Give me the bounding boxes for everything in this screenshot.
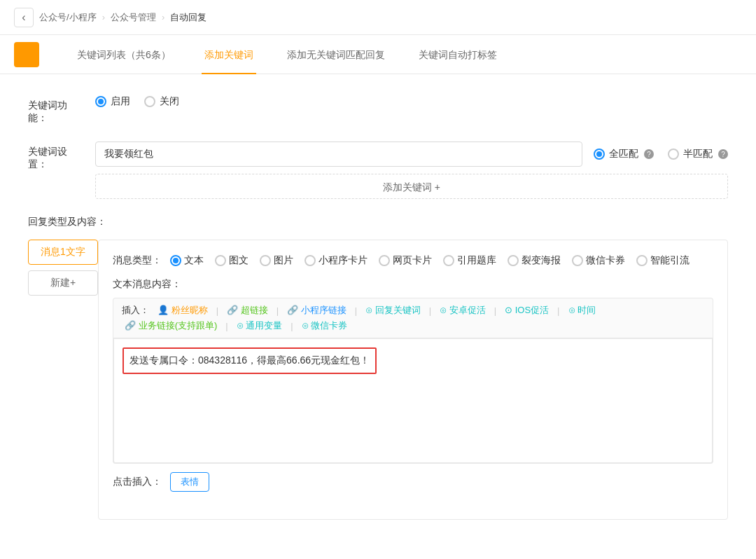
msg-type-image[interactable]: 图片 — [260, 254, 293, 267]
tab-auto-tag[interactable]: 关键词自动打标签 — [416, 35, 500, 74]
insert-hyperlink[interactable]: 🔗 超链接 — [224, 304, 271, 317]
keyword-func-label: 关键词功能： — [28, 95, 84, 125]
radio-full-match-circle — [594, 149, 605, 160]
msg-type-quote[interactable]: 引用题库 — [443, 254, 496, 267]
keyword-setting-label: 关键词设置： — [28, 142, 84, 171]
bottom-insert-label: 点击插入： — [113, 476, 162, 488]
msg-type-text[interactable]: 文本 — [170, 254, 204, 267]
account-avatar — [14, 42, 39, 67]
radio-half-match-label: 半匹配 — [683, 148, 713, 160]
bottom-insert: 点击插入： 表情 — [113, 472, 713, 492]
reply-sidebar: 消息1文字 新建+ — [28, 240, 98, 296]
keyword-func-row: 关键词功能： 启用 关闭 — [28, 95, 728, 125]
radio-full-match-label: 全匹配 — [609, 148, 638, 160]
msg-type-quote-radio — [443, 255, 454, 266]
insert-common-var[interactable]: ⊙ 通用变量 — [234, 319, 286, 332]
keyword-input[interactable] — [95, 142, 582, 167]
breadcrumb-manage[interactable]: 公众号管理 — [111, 11, 156, 24]
insert-label: 插入： — [122, 304, 149, 317]
insert-ios-promo[interactable]: ⊙ IOS促活 — [502, 304, 552, 317]
msg-type-smart-label: 智能引流 — [650, 254, 690, 267]
half-match-help-icon[interactable]: ? — [718, 149, 728, 159]
msg-type-graphic-label: 图文 — [229, 254, 248, 267]
msg-type-web-radio — [379, 255, 390, 266]
insert-biz-link[interactable]: 🔗 业务链接(支持跟单) — [122, 319, 220, 332]
full-match-help-icon[interactable]: ? — [644, 149, 654, 159]
insert-mini-link[interactable]: 🔗 小程序链接 — [284, 304, 349, 317]
msg-type-graphic[interactable]: 图文 — [215, 254, 248, 267]
keyword-setting-row: 关键词设置： 全匹配 ? 半匹配 ? — [28, 142, 728, 199]
msg-type-text-radio — [170, 255, 181, 266]
msg-type-split-radio — [507, 255, 519, 266]
insert-row-1: 插入： 👤 粉丝昵称 | 🔗 超链接 | 🔗 小程序链接 | ⊙ 回复关键词 |… — [122, 304, 704, 317]
emoji-button[interactable]: 表情 — [170, 472, 209, 492]
form-content: 关键词功能： 启用 关闭 关键词设置： — [0, 74, 756, 541]
msg-type-coupon-radio — [572, 255, 583, 266]
reply-layout: 消息1文字 新建+ 消息类型： 文本 图文 — [28, 240, 728, 520]
keyword-input-row: 全匹配 ? 半匹配 ? — [95, 142, 728, 167]
tab-keyword-list[interactable]: 关键词列表（共6条） — [74, 35, 174, 74]
insert-wechat-card[interactable]: ⊙ 微信卡券 — [299, 319, 351, 332]
text-content-label: 文本消息内容： — [113, 278, 713, 291]
msg-type-image-radio — [260, 255, 271, 266]
insert-time[interactable]: ⊙ 时间 — [566, 304, 599, 317]
radio-disable-label: 关闭 — [160, 95, 179, 108]
breadcrumb-current: 自动回复 — [170, 11, 206, 24]
msg-type-split-label: 裂变海报 — [522, 254, 561, 267]
reply-new-button[interactable]: 新建+ — [28, 270, 98, 296]
msg-type-mini-radio — [304, 255, 316, 266]
breadcrumb-home[interactable]: 公众号/小程序 — [39, 11, 97, 24]
insert-fans-name[interactable]: 👤 粉丝昵称 — [155, 304, 211, 317]
msg-type-graphic-radio — [215, 255, 226, 266]
msg-type-coupon[interactable]: 微信卡券 — [572, 254, 625, 267]
sep2: › — [162, 12, 164, 22]
insert-reply-keyword[interactable]: ⊙ 回复关键词 — [363, 304, 424, 317]
msg-type-split[interactable]: 裂变海报 — [507, 254, 561, 267]
radio-disable-circle — [144, 96, 155, 107]
radio-enable-circle — [95, 96, 106, 107]
msg-type-row: 消息类型： 文本 图文 图片 — [113, 254, 713, 267]
radio-disable[interactable]: 关闭 — [144, 95, 179, 108]
msg-type-mini[interactable]: 小程序卡片 — [304, 254, 368, 267]
insert-row-2: 🔗 业务链接(支持跟单) | ⊙ 通用变量 | ⊙ 微信卡券 — [122, 319, 704, 332]
msg-type-label: 消息类型： — [113, 254, 162, 267]
msg-type-quote-label: 引用题库 — [457, 254, 496, 267]
msg-type-web-label: 网页卡片 — [393, 254, 432, 267]
msg-type-mini-label: 小程序卡片 — [318, 254, 368, 267]
reply-main: 消息类型： 文本 图文 图片 — [98, 240, 728, 520]
msg-type-smart-radio — [636, 255, 648, 266]
reply-section: 回复类型及内容： 消息1文字 新建+ 消息类型： 文本 — [28, 216, 728, 520]
radio-half-match[interactable]: 半匹配 ? — [668, 148, 728, 160]
reply-tab-msg1[interactable]: 消息1文字 — [28, 240, 98, 265]
add-keyword-button[interactable]: 添加关键词 + — [95, 174, 728, 199]
insert-android-promo[interactable]: ⊙ 安卓促活 — [437, 304, 489, 317]
radio-enable[interactable]: 启用 — [95, 95, 130, 108]
back-button[interactable]: ‹ — [14, 8, 34, 27]
top-nav: ‹ 公众号/小程序 › 公众号管理 › 自动回复 — [0, 0, 756, 35]
match-options: 全匹配 ? 半匹配 ? — [594, 148, 728, 160]
radio-full-match[interactable]: 全匹配 ? — [594, 148, 654, 160]
radio-enable-label: 启用 — [111, 95, 130, 108]
text-editor[interactable]: 发送专属口令：084328116，得最高66.66元现金红包！ — [113, 338, 713, 464]
msg-type-coupon-label: 微信卡券 — [586, 254, 625, 267]
msg-type-smart[interactable]: 智能引流 — [636, 254, 690, 267]
keyword-func-controls: 启用 关闭 — [95, 95, 728, 108]
keyword-func-radio-group: 启用 关闭 — [95, 95, 179, 108]
tab-bar: 关键词列表（共6条） 添加关键词 添加无关键词匹配回复 关键词自动打标签 — [0, 35, 756, 74]
msg-type-text-label: 文本 — [184, 254, 204, 267]
editor-highlighted-content: 发送专属口令：084328116，得最高66.66元现金红包！ — [122, 347, 377, 374]
tab-add-no-match[interactable]: 添加无关键词匹配回复 — [284, 35, 388, 74]
insert-toolbar: 插入： 👤 粉丝昵称 | 🔗 超链接 | 🔗 小程序链接 | ⊙ 回复关键词 |… — [113, 298, 713, 338]
reply-label: 回复类型及内容： — [28, 216, 728, 228]
sep1: › — [102, 12, 105, 22]
msg-type-web[interactable]: 网页卡片 — [379, 254, 432, 267]
msg-type-image-label: 图片 — [274, 254, 293, 267]
main-container: 关键词列表（共6条） 添加关键词 添加无关键词匹配回复 关键词自动打标签 关键词… — [0, 35, 756, 559]
tab-add-keyword[interactable]: 添加关键词 — [202, 35, 256, 74]
radio-half-match-circle — [668, 149, 679, 160]
